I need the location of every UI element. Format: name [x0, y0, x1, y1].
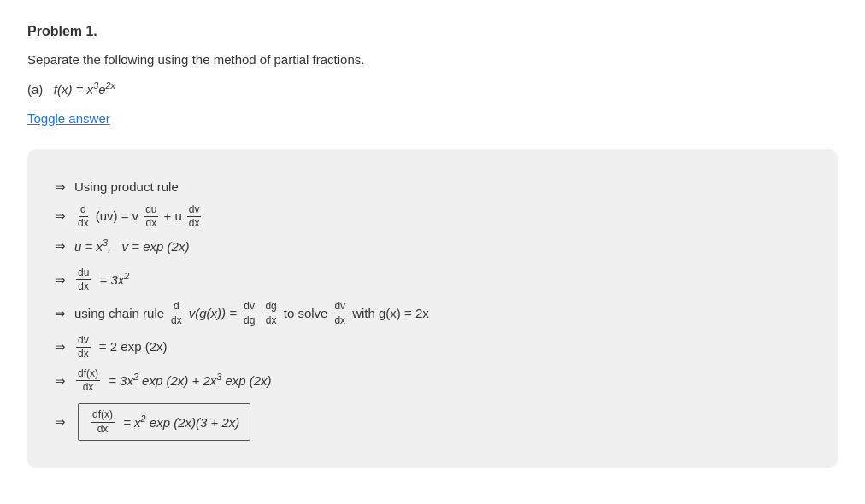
step-chain-rule: ⇒ using chain rule d dx v(g(x)) = dv dg … — [55, 301, 810, 325]
frac-dv-dx: dv dx — [187, 204, 202, 229]
toggle-answer-link[interactable]: Toggle answer — [27, 108, 110, 129]
u-def: u = x3, v = exp (2x) — [74, 236, 189, 257]
final-answer-box: df(x) dx = x2 exp (2x)(3 + 2x) — [78, 403, 250, 440]
dfx-rhs: = 3x2 exp (2x) + 2x3 exp (2x) — [105, 370, 272, 391]
chain-rule-text: using chain rule — [74, 303, 164, 324]
to-solve-text: to solve — [284, 303, 328, 324]
step-final: ⇒ df(x) dx = x2 exp (2x)(3 + 2x) — [55, 403, 810, 440]
step-dv-dx: ⇒ dv dx = 2 exp (2x) — [55, 335, 810, 360]
step-u-v-def: ⇒ u = x3, v = exp (2x) — [55, 236, 810, 257]
frac-dg-dx: dg dx — [263, 301, 278, 325]
arrow-4: ⇒ — [55, 270, 66, 290]
with-text: with g(x) = 2x — [352, 303, 429, 324]
frac-dv-dx-3: dv dx — [76, 335, 91, 360]
step1-text: Using product rule — [74, 177, 179, 197]
part-a-function: f(x) = x3e2x — [54, 82, 115, 97]
arrow-3: ⇒ — [55, 236, 66, 256]
frac-final: df(x) dx — [91, 409, 115, 434]
step-product-rule: ⇒ Using product rule — [55, 177, 810, 197]
arrow-6: ⇒ — [55, 337, 66, 357]
arrow-2: ⇒ — [55, 206, 66, 226]
frac-dv-dx-chain: dv dx — [332, 301, 347, 325]
step-dfx-dx: ⇒ df(x) dx = 3x2 exp (2x) + 2x3 exp (2x) — [55, 368, 810, 393]
frac-du-dx-2: du dx — [76, 267, 91, 292]
frac-d-dx: d dx — [76, 204, 91, 229]
part-a-label: (a) — [27, 82, 43, 97]
frac-dv-dg: dv dg — [242, 301, 256, 325]
answer-box: ⇒ Using product rule ⇒ d dx (uv) = v du … — [27, 149, 838, 468]
step-product-rule-formula: ⇒ d dx (uv) = v du dx + u dv dx — [55, 204, 810, 229]
dv-dx-rhs: = 2 exp (2x) — [96, 337, 168, 357]
problem-title: Problem 1. — [27, 21, 838, 43]
arrow-8: ⇒ — [55, 412, 66, 432]
plus-sign: + u — [163, 206, 181, 226]
chain-rule-v-g: v(g(x)) = — [189, 303, 237, 324]
step-du-dx: ⇒ du dx = 3x2 — [55, 267, 810, 292]
frac-d-dx-chain: d dx — [169, 301, 184, 325]
frac-du-dx: du dx — [144, 204, 158, 229]
problem-part-a: (a) f(x) = x3e2x — [27, 79, 838, 100]
problem-desc: Separate the following using the method … — [27, 50, 838, 70]
du-dx-rhs: = 3x2 — [96, 269, 129, 290]
frac-dfx-dx: df(x) dx — [76, 368, 100, 393]
arrow-5: ⇒ — [55, 303, 66, 324]
arrow-7: ⇒ — [55, 371, 66, 391]
final-rhs: = x2 exp (2x)(3 + 2x) — [120, 412, 239, 433]
uv-parens: (uv) = v — [96, 206, 138, 226]
arrow-1: ⇒ — [55, 177, 66, 197]
